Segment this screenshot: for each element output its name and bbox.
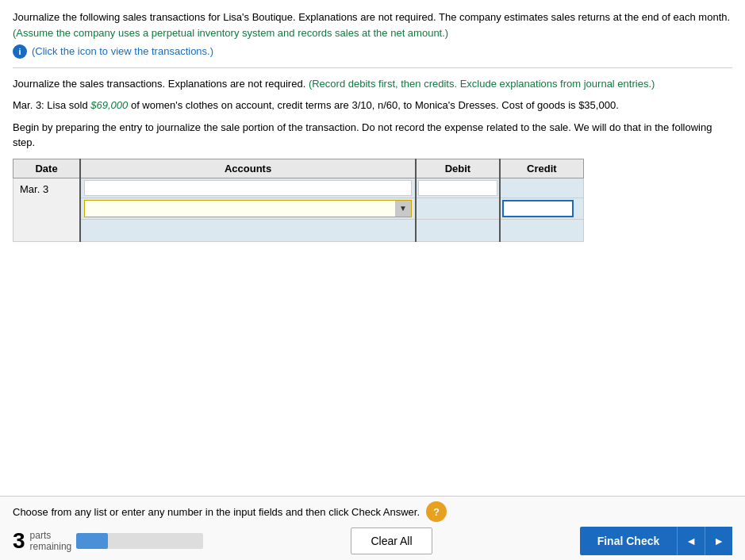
footer-right: Final Check ◄ ► — [580, 527, 732, 555]
hint-row: Choose from any list or enter any number… — [13, 501, 732, 522]
main-content: Journalize the following sales transacti… — [0, 0, 745, 496]
divider-1 — [13, 67, 732, 68]
journal-row-3 — [13, 219, 584, 241]
section-block-4: Begin by preparing the entry to journali… — [13, 120, 732, 151]
debit-input-1[interactable] — [418, 180, 497, 196]
progress-bar-track — [76, 533, 203, 549]
nav-prev-button[interactable]: ◄ — [677, 527, 705, 555]
credit-input-1[interactable] — [502, 200, 574, 217]
accounts-cell-3 — [80, 219, 416, 241]
mar3-label: Mar. 3: Lisa sold — [13, 99, 88, 111]
col-header-accounts: Accounts — [80, 159, 416, 178]
credit-cell-1 — [500, 178, 584, 198]
parts-label-text: parts — [30, 530, 72, 541]
journal-table: Date Accounts Debit Credit Mar. 3 — [13, 159, 584, 242]
instruction-green-1: (Assume the company uses a perpetual inv… — [13, 27, 448, 39]
parts-label: parts remaining — [30, 530, 72, 552]
transaction-amount: $69,000 — [90, 99, 128, 111]
progress-bar-fill — [76, 533, 108, 549]
journal-table-wrapper: Date Accounts Debit Credit Mar. 3 — [13, 159, 732, 242]
footer-center: Clear All — [351, 527, 432, 554]
date-value: Mar. 3 — [20, 183, 48, 195]
section-text-2a: Journalize the sales transactions. Expla… — [13, 78, 305, 90]
remaining-label-text: remaining — [30, 541, 72, 552]
hint-icon[interactable]: ? — [426, 501, 447, 522]
footer-row: 3 parts remaining Clear All Final Check … — [13, 527, 732, 555]
section-block-3: Mar. 3: Lisa sold $69,000 of women's clo… — [13, 98, 732, 113]
col-header-date: Date — [13, 159, 81, 178]
final-check-button[interactable]: Final Check — [580, 527, 678, 555]
info-icon[interactable]: i — [13, 44, 27, 59]
instruction-text-1a: Journalize the following sales transacti… — [13, 11, 575, 23]
dropdown-arrow[interactable]: ▼ — [395, 201, 411, 217]
debit-cell-2 — [416, 198, 500, 219]
journal-row-1: Mar. 3 — [13, 178, 584, 198]
hint-text: Choose from any list or enter any number… — [13, 506, 420, 518]
instruction-text-1b: returns at the end of each month. — [578, 11, 731, 23]
entry-instruction: Begin by preparing the entry to journali… — [13, 121, 712, 149]
parts-remaining: 3 parts remaining — [13, 530, 203, 552]
clear-all-button[interactable]: Clear All — [351, 527, 432, 554]
bottom-bar: Choose from any list or enter any number… — [0, 496, 745, 560]
instruction-block-1: Journalize the following sales transacti… — [13, 10, 732, 59]
col-header-credit: Credit — [500, 159, 584, 178]
credit-cell-2 — [500, 198, 584, 219]
section-block-2: Journalize the sales transactions. Expla… — [13, 76, 732, 92]
accounts-cell-2: ▼ — [80, 198, 416, 219]
journal-row-2: ▼ — [13, 198, 584, 219]
account-input-1[interactable] — [84, 180, 412, 196]
debit-cell-3 — [416, 219, 500, 241]
debit-cell-1 — [416, 178, 500, 198]
click-icon-text[interactable]: (Click the icon to view the transactions… — [32, 44, 213, 59]
accounts-cell-1 — [80, 178, 416, 198]
date-cell: Mar. 3 — [13, 178, 81, 241]
section-green-2: (Record debits first, then credits. Excl… — [309, 78, 655, 90]
account-dropdown-input[interactable] — [85, 201, 395, 216]
nav-next-button[interactable]: ► — [705, 527, 732, 555]
parts-number: 3 — [13, 530, 25, 552]
accounts-dropdown-row: ▼ — [84, 200, 412, 217]
credit-cell-3 — [500, 219, 584, 241]
col-header-debit: Debit — [416, 159, 500, 178]
transaction-desc: of women's clothes on account, credit te… — [131, 99, 619, 111]
info-icon-row: i (Click the icon to view the transactio… — [13, 44, 732, 59]
